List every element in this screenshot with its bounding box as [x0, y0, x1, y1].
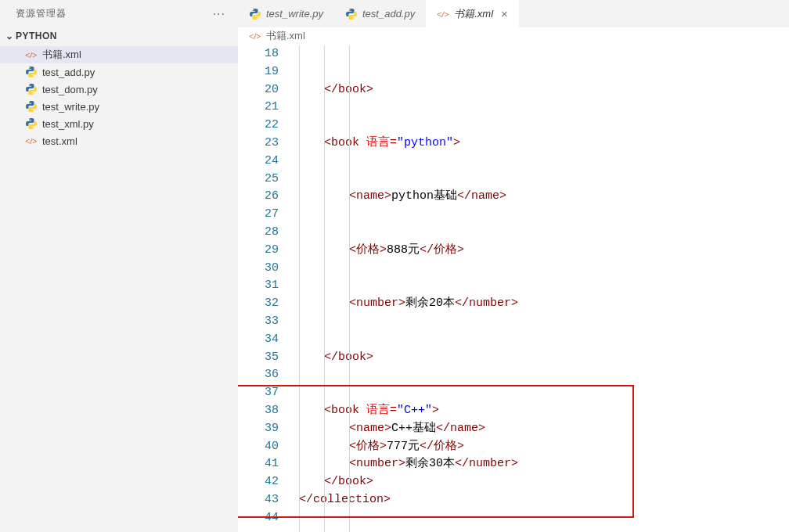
tab-label: test_write.py [266, 8, 323, 20]
file-name: test_xml.py [42, 118, 94, 130]
app-root: 资源管理器 ··· ⌄ PYTHON </>书籍.xmltest_add.pyt… [0, 0, 789, 532]
python-icon [25, 66, 38, 78]
gutter: 1819202122232425262728293031323334353637… [238, 45, 299, 532]
line-number: 28 [238, 224, 279, 242]
line-number: 26 [238, 188, 279, 206]
code-line[interactable] [299, 331, 789, 349]
tab[interactable]: test_write.py [238, 0, 334, 27]
code-line[interactable] [299, 366, 789, 384]
tab-label: test_add.py [362, 8, 415, 20]
code-editor[interactable]: 1819202122232425262728293031323334353637… [238, 45, 789, 532]
xml-icon: </> [437, 8, 449, 20]
line-number: 43 [238, 491, 279, 509]
section-title: PYTHON [16, 31, 57, 41]
line-number: 42 [238, 473, 279, 491]
editor-area: test_write.pytest_add.py</>书籍.xml× </>书籍… [238, 0, 789, 532]
code-line[interactable]: <name>python基础</name> [299, 188, 789, 206]
code-line[interactable]: <价格>888元</价格> [299, 242, 789, 260]
code-line[interactable] [299, 224, 789, 242]
code-line[interactable]: <number>剩余30本</number> [299, 455, 789, 473]
tab-label: 书籍.xml [454, 7, 493, 21]
code-line[interactable] [299, 117, 789, 135]
line-number: 19 [238, 63, 279, 81]
line-number: 40 [238, 438, 279, 456]
xml-icon: </> [249, 30, 261, 42]
more-icon[interactable]: ··· [207, 9, 232, 20]
code-line[interactable]: </book> [299, 349, 789, 367]
svg-text:</>: </> [25, 50, 38, 59]
code-line[interactable]: <book 语言="C++"> [299, 402, 789, 420]
file-name: test_write.py [42, 101, 99, 113]
line-number: 27 [238, 206, 279, 224]
line-number: 22 [238, 117, 279, 135]
code-line[interactable] [299, 313, 789, 331]
code-line[interactable] [299, 99, 789, 117]
line-number: 37 [238, 384, 279, 402]
code-line[interactable]: <number>剩余20本</number> [299, 295, 789, 313]
code-line[interactable] [299, 153, 789, 171]
line-number: 32 [238, 295, 279, 313]
svg-text:</>: </> [249, 31, 261, 41]
code-line[interactable] [299, 63, 789, 81]
file-tree-item[interactable]: </>书籍.xml [0, 46, 238, 63]
line-number: 36 [238, 366, 279, 384]
file-name: 书籍.xml [42, 48, 81, 62]
code-line[interactable]: </book> [299, 81, 789, 99]
file-tree-item[interactable]: test_write.py [0, 98, 238, 115]
code-line[interactable] [299, 384, 789, 402]
line-number: 20 [238, 81, 279, 99]
code-line[interactable] [299, 509, 789, 527]
line-number: 18 [238, 45, 279, 63]
code-line[interactable] [299, 206, 789, 224]
line-number: 30 [238, 260, 279, 278]
xml-icon: </> [25, 135, 38, 147]
svg-text:</>: </> [437, 9, 449, 19]
line-number: 35 [238, 349, 279, 367]
code-area[interactable]: </book><book 语言="python"><name>python基础<… [299, 45, 789, 532]
code-line[interactable]: </book> [299, 473, 789, 491]
python-icon [25, 117, 38, 130]
file-name: test.xml [42, 135, 77, 147]
explorer-header: 资源管理器 ··· [0, 0, 238, 27]
code-line[interactable] [299, 45, 789, 63]
close-icon[interactable]: × [501, 8, 508, 20]
code-line[interactable] [299, 277, 789, 295]
xml-icon: </> [25, 49, 38, 61]
breadcrumb[interactable]: </>书籍.xml [238, 27, 789, 45]
line-number: 24 [238, 153, 279, 171]
svg-text:</>: </> [25, 136, 38, 146]
line-number: 41 [238, 455, 279, 473]
code-line[interactable]: <book 语言="python"> [299, 135, 789, 153]
code-line[interactable] [299, 171, 789, 189]
code-line[interactable]: </collection> [299, 491, 789, 509]
tab[interactable]: test_add.py [334, 0, 426, 27]
file-tree-item[interactable]: </>test.xml [0, 132, 238, 149]
sidebar: 资源管理器 ··· ⌄ PYTHON </>书籍.xmltest_add.pyt… [0, 0, 238, 532]
line-number: 44 [238, 509, 279, 527]
tab[interactable]: </>书籍.xml× [426, 0, 519, 27]
python-icon [25, 83, 38, 95]
chevron-down-icon: ⌄ [3, 31, 16, 41]
line-number: 39 [238, 420, 279, 438]
tab-bar: test_write.pytest_add.py</>书籍.xml× [238, 0, 789, 27]
code-line[interactable]: <价格>777元</价格> [299, 438, 789, 456]
section-header[interactable]: ⌄ PYTHON [0, 27, 238, 45]
line-number: 25 [238, 171, 279, 189]
code-line[interactable]: <name>C++基础</name> [299, 420, 789, 438]
line-number: 29 [238, 242, 279, 260]
line-number: 33 [238, 313, 279, 331]
breadcrumb-file: 书籍.xml [266, 29, 305, 43]
file-tree-item[interactable]: test_xml.py [0, 115, 238, 132]
python-icon [345, 8, 358, 20]
python-icon [249, 8, 261, 20]
line-number: 31 [238, 277, 279, 295]
file-tree-item[interactable]: test_add.py [0, 63, 238, 81]
file-tree-item[interactable]: test_dom.py [0, 81, 238, 98]
explorer-title: 资源管理器 [16, 7, 207, 20]
line-number: 21 [238, 99, 279, 117]
python-icon [25, 100, 38, 113]
line-number: 38 [238, 402, 279, 420]
file-tree: </>书籍.xmltest_add.pytest_dom.pytest_writ… [0, 45, 238, 149]
code-line[interactable] [299, 260, 789, 278]
file-name: test_dom.py [42, 84, 98, 95]
